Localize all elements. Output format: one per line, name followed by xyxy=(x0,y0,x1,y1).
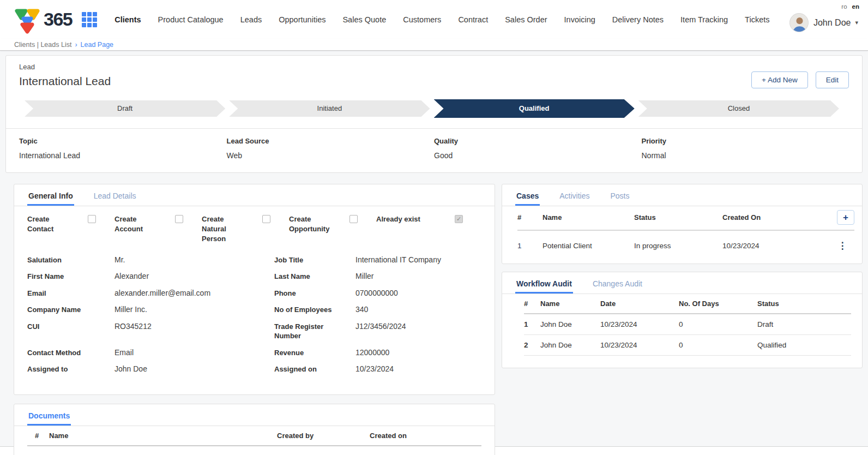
field-value-job-title: International IT Company xyxy=(355,255,481,271)
apps-grid-icon[interactable] xyxy=(82,12,97,27)
stage-draft[interactable]: Draft xyxy=(25,100,225,117)
field-label-salutation: Salutation xyxy=(27,255,114,272)
checkbox-create-opportunity[interactable] xyxy=(349,215,358,223)
column-header-: # xyxy=(524,300,540,308)
nav-item-delivery-notes[interactable]: Delivery Notes xyxy=(612,15,664,24)
workflow-table-row[interactable]: 2John Doe10/23/20240Qualified xyxy=(524,335,851,356)
lang-ro[interactable]: ro xyxy=(841,3,847,10)
tab-workflow-workflow-audit[interactable]: Workflow Audit xyxy=(515,272,573,294)
tab-general-general-info[interactable]: General Info xyxy=(27,184,74,206)
user-menu[interactable]: John Doe ▾ xyxy=(789,13,858,32)
workflow-audit-card: Workflow AuditChanges Audit #NameDateNo.… xyxy=(502,272,863,368)
lang-en[interactable]: en xyxy=(852,3,859,10)
cell: 10/23/2024 xyxy=(600,320,679,328)
stage-initiated[interactable]: Initiated xyxy=(229,100,430,117)
workflow-table-row[interactable]: 1John Doe10/23/20240Draft xyxy=(524,314,851,335)
edit-button[interactable]: Edit xyxy=(816,71,849,88)
workflow-table-body: 1John Doe10/23/20240Draft2John Doe10/23/… xyxy=(502,314,862,356)
field-label-cui: CUI xyxy=(27,322,114,339)
tab-documents-documents[interactable]: Documents xyxy=(27,404,71,426)
cell: 10/23/2024 xyxy=(600,341,679,349)
add-case-button[interactable]: + xyxy=(837,210,854,225)
cell: Potential Client xyxy=(542,242,634,250)
stage-qualified[interactable]: Qualified xyxy=(434,99,635,118)
summary-value: Good xyxy=(434,151,642,160)
cell: 0 xyxy=(679,341,757,349)
summary-value: Normal xyxy=(642,151,849,160)
general-info-tabs: General InfoLead Details xyxy=(14,184,495,206)
cell: John Doe xyxy=(540,341,600,349)
field-value-salutation: Mr. xyxy=(114,255,274,271)
nav-item-item-tracking[interactable]: Item Tracking xyxy=(680,15,728,24)
kebab-menu-icon[interactable]: ⋮ xyxy=(830,240,854,252)
page-title: International Lead xyxy=(19,75,111,88)
nav-item-clients[interactable]: Clients xyxy=(114,15,141,24)
nav-item-contract[interactable]: Contract xyxy=(458,15,488,24)
nav-item-sales-order[interactable]: Sales Order xyxy=(505,15,547,24)
tab-cases-cases[interactable]: Cases xyxy=(515,184,540,206)
workflow-table-header: #NameDateNo. Of DaysStatus xyxy=(524,294,851,314)
field-label-contact-method: Contact Method xyxy=(27,348,114,365)
app-logo[interactable]: 365 xyxy=(12,4,72,35)
tab-cases-posts[interactable]: Posts xyxy=(610,184,631,206)
column-header-date: Date xyxy=(600,300,679,308)
checkbox-already-exist[interactable] xyxy=(455,215,463,223)
checkbox-create-account[interactable] xyxy=(175,215,183,223)
field-value-contact-method: Email xyxy=(114,348,274,364)
tab-cases-activities[interactable]: Activities xyxy=(558,184,590,206)
checkbox-label: Create Contact xyxy=(27,214,71,234)
field-label-phone: Phone xyxy=(274,289,355,306)
field-value-first-name: Alexander xyxy=(114,272,274,288)
empty-list-message: The list is empty. xyxy=(14,446,495,455)
checkbox-group-create-natural-person: Create Natural Person xyxy=(202,214,289,244)
stage-closed[interactable]: Closed xyxy=(638,100,839,117)
page-content: Lead International Lead + Add New Edit D… xyxy=(0,51,868,447)
tab-workflow-changes-audit[interactable]: Changes Audit xyxy=(592,272,643,294)
main-nav: ClientsProduct CatalogueLeadsOpportuniti… xyxy=(114,15,769,24)
field-label-company-name: Company Name xyxy=(27,305,114,322)
cell: 2 xyxy=(524,341,540,349)
field-value-assigned-to: John Doe xyxy=(114,364,274,380)
column-header-name: Name xyxy=(49,432,277,440)
breadcrumb-current[interactable]: Lead Page xyxy=(81,41,113,49)
nav-item-customers[interactable]: Customers xyxy=(403,15,441,24)
field-label-revenue: Revenue xyxy=(274,348,355,365)
nav-item-invoicing[interactable]: Invoicing xyxy=(564,15,595,24)
column-header-created-on: Created on xyxy=(370,432,481,440)
checkbox-create-contact[interactable] xyxy=(88,215,96,223)
checkbox-group-create-opportunity: Create Opportunity xyxy=(289,214,376,244)
column-header-created-by: Created by xyxy=(277,432,370,440)
entity-type-label: Lead xyxy=(19,63,111,71)
cell: In progress xyxy=(634,242,722,250)
nav-item-product-catalogue[interactable]: Product Catalogue xyxy=(158,15,224,24)
breadcrumb: Clients | Leads List › Lead Page xyxy=(0,39,868,51)
summary-label: Lead Source xyxy=(227,137,435,145)
field-value-cui: RO345212 xyxy=(114,322,274,338)
field-value-no-of-employees: 340 xyxy=(355,305,481,321)
nav-item-leads[interactable]: Leads xyxy=(240,15,262,24)
chevron-down-icon: ▾ xyxy=(855,19,858,26)
add-new-button[interactable]: + Add New xyxy=(751,71,808,88)
summary-label: Quality xyxy=(434,137,642,145)
field-label-no-of-employees: No of Employees xyxy=(274,305,355,322)
field-value-last-name: Miller xyxy=(355,272,481,288)
tab-general-lead-details[interactable]: Lead Details xyxy=(93,184,137,206)
column-header-: # xyxy=(517,213,542,221)
summary-topic: TopicInternational Lead xyxy=(19,137,227,160)
stage-progress-bar: DraftInitiatedQualifiedClosed xyxy=(25,99,839,118)
nav-item-sales-quote[interactable]: Sales Quote xyxy=(342,15,386,24)
field-value-assigned-on: 10/23/2024 xyxy=(355,364,481,380)
logo-triangles-icon xyxy=(12,4,41,35)
nav-item-opportunities[interactable]: Opportunities xyxy=(279,15,326,24)
general-info-card: General InfoLead Details Create ContactC… xyxy=(14,184,495,395)
breadcrumb-path[interactable]: Clients | Leads List xyxy=(14,41,71,49)
create-checkboxes-row: Create ContactCreate AccountCreate Natur… xyxy=(14,206,495,246)
cases-table-row[interactable]: 1Potential ClientIn progress10/23/2024⋮ xyxy=(517,231,854,259)
checkbox-create-natural-person[interactable] xyxy=(262,215,270,223)
summary-quality: QualityGood xyxy=(434,137,642,160)
cases-table-body: 1Potential ClientIn progress10/23/2024⋮ xyxy=(502,231,862,259)
summary-label: Topic xyxy=(19,137,227,145)
summary-label: Priority xyxy=(642,137,849,145)
field-value-trade-register-number: J12/3456/2024 xyxy=(355,322,481,338)
nav-item-tickets[interactable]: Tickets xyxy=(745,15,769,24)
